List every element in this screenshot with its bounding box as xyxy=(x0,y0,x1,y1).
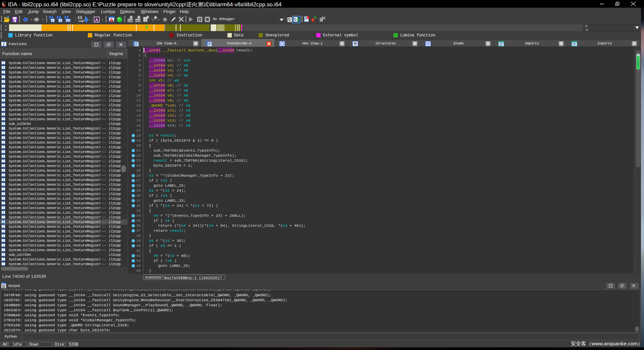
svg-text:101: 101 xyxy=(66,19,70,22)
svg-text:T: T xyxy=(59,19,61,22)
svg-text:CODE: CODE xyxy=(128,19,134,22)
svg-text:DATA: DATA xyxy=(136,19,141,22)
svg-text:64: 64 xyxy=(3,4,5,7)
svg-text:!: ! xyxy=(111,19,112,22)
svg-text:#: # xyxy=(51,19,53,22)
svg-text:A: A xyxy=(144,18,147,21)
svg-text:C: C xyxy=(294,17,297,21)
svg-text:A: A xyxy=(95,18,98,22)
